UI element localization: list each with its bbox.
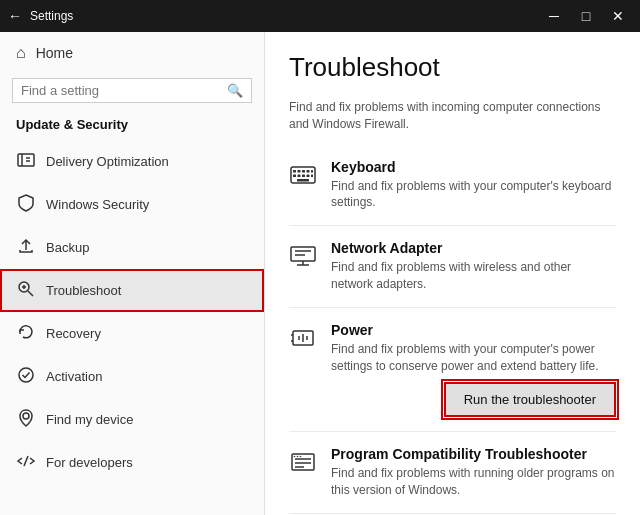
sidebar-item-home[interactable]: ⌂ Home bbox=[0, 32, 264, 74]
delivery-icon bbox=[16, 150, 34, 173]
app-container: ⌂ Home 🔍 Update & Security Delivery Opti… bbox=[0, 32, 640, 515]
sidebar-item-backup[interactable]: Backup bbox=[0, 226, 264, 269]
content-area: Troubleshoot Find and fix problems with … bbox=[265, 32, 640, 515]
sidebar-item-delivery[interactable]: Delivery Optimization bbox=[0, 140, 264, 183]
sidebar-item-label-delivery: Delivery Optimization bbox=[46, 154, 169, 169]
developers-icon bbox=[16, 451, 34, 474]
svg-line-5 bbox=[28, 291, 33, 296]
power-text: Power Find and fix problems with your co… bbox=[331, 322, 616, 418]
run-troubleshooter-button[interactable]: Run the troubleshooter bbox=[444, 382, 616, 417]
sidebar: ⌂ Home 🔍 Update & Security Delivery Opti… bbox=[0, 32, 265, 515]
sidebar-item-recovery[interactable]: Recovery bbox=[0, 312, 264, 355]
sidebar-item-for-developers[interactable]: For developers bbox=[0, 441, 264, 484]
svg-rect-16 bbox=[311, 170, 313, 173]
sidebar-item-label-recovery: Recovery bbox=[46, 326, 101, 341]
sidebar-item-label-troubleshoot: Troubleshoot bbox=[46, 283, 121, 298]
svg-line-10 bbox=[24, 456, 28, 466]
sidebar-section-title: Update & Security bbox=[0, 113, 264, 140]
sidebar-item-label-developers: For developers bbox=[46, 455, 133, 470]
shield-icon bbox=[16, 193, 34, 216]
trouble-item-keyboard: Keyboard Find and fix problems with your… bbox=[289, 145, 616, 227]
svg-rect-14 bbox=[302, 170, 305, 173]
keyboard-icon bbox=[289, 161, 317, 189]
trouble-item-network: Network Adapter Find and fix problems wi… bbox=[289, 226, 616, 308]
svg-rect-21 bbox=[311, 174, 313, 177]
program-desc: Find and fix problems with running older… bbox=[331, 465, 616, 499]
svg-rect-0 bbox=[18, 154, 34, 166]
run-btn-container: Run the troubleshooter bbox=[331, 382, 616, 417]
sidebar-item-find-my-device[interactable]: Find my device bbox=[0, 398, 264, 441]
power-name: Power bbox=[331, 322, 616, 338]
svg-point-40 bbox=[300, 456, 302, 458]
recovery-icon bbox=[16, 322, 34, 345]
program-icon bbox=[289, 448, 317, 476]
title-bar-left: ← Settings bbox=[8, 8, 73, 24]
sidebar-item-label-activation: Activation bbox=[46, 369, 102, 384]
back-button[interactable]: ← bbox=[8, 8, 22, 24]
sidebar-item-activation[interactable]: Activation bbox=[0, 355, 264, 398]
svg-point-9 bbox=[23, 413, 29, 419]
title-bar-controls: ─ □ ✕ bbox=[540, 6, 632, 26]
home-icon: ⌂ bbox=[16, 44, 26, 62]
program-name: Program Compatibility Troubleshooter bbox=[331, 446, 616, 462]
home-label: Home bbox=[36, 45, 73, 61]
svg-point-38 bbox=[294, 456, 296, 458]
power-desc: Find and fix problems with your computer… bbox=[331, 341, 616, 375]
keyboard-desc: Find and fix problems with your computer… bbox=[331, 178, 616, 212]
keyboard-text: Keyboard Find and fix problems with your… bbox=[331, 159, 616, 212]
network-icon bbox=[289, 242, 317, 270]
svg-rect-23 bbox=[291, 247, 315, 261]
sidebar-item-label-security: Windows Security bbox=[46, 197, 149, 212]
sidebar-search-box[interactable]: 🔍 bbox=[12, 78, 252, 103]
title-bar: ← Settings ─ □ ✕ bbox=[0, 0, 640, 32]
search-input[interactable] bbox=[21, 83, 227, 98]
sidebar-item-label-backup: Backup bbox=[46, 240, 89, 255]
trouble-item-program: Program Compatibility Troubleshooter Fin… bbox=[289, 432, 616, 514]
svg-rect-15 bbox=[307, 170, 310, 173]
trouble-item-power: Power Find and fix problems with your co… bbox=[289, 308, 616, 433]
backup-icon bbox=[16, 236, 34, 259]
svg-rect-17 bbox=[293, 174, 296, 177]
svg-rect-20 bbox=[307, 174, 310, 177]
svg-rect-18 bbox=[298, 174, 301, 177]
network-desc: Find and fix problems with wireless and … bbox=[331, 259, 616, 293]
svg-point-8 bbox=[19, 368, 33, 382]
svg-point-39 bbox=[297, 456, 299, 458]
network-text: Network Adapter Find and fix problems wi… bbox=[331, 240, 616, 293]
troubleshoot-icon bbox=[16, 279, 34, 302]
sidebar-item-label-find-device: Find my device bbox=[46, 412, 133, 427]
activation-icon bbox=[16, 365, 34, 388]
svg-rect-13 bbox=[298, 170, 301, 173]
svg-rect-12 bbox=[293, 170, 296, 173]
network-name: Network Adapter bbox=[331, 240, 616, 256]
sidebar-item-troubleshoot[interactable]: Troubleshoot bbox=[0, 269, 264, 312]
program-text: Program Compatibility Troubleshooter Fin… bbox=[331, 446, 616, 499]
power-icon bbox=[289, 324, 317, 352]
minimize-button[interactable]: ─ bbox=[540, 6, 568, 26]
page-title: Troubleshoot bbox=[289, 52, 616, 83]
svg-rect-22 bbox=[297, 179, 309, 182]
title-bar-title: Settings bbox=[30, 9, 73, 23]
find-device-icon bbox=[16, 408, 34, 431]
maximize-button[interactable]: □ bbox=[572, 6, 600, 26]
keyboard-name: Keyboard bbox=[331, 159, 616, 175]
svg-rect-19 bbox=[302, 174, 305, 177]
sidebar-item-windows-security[interactable]: Windows Security bbox=[0, 183, 264, 226]
close-button[interactable]: ✕ bbox=[604, 6, 632, 26]
intro-text: Find and fix problems with incoming comp… bbox=[289, 99, 616, 133]
search-icon: 🔍 bbox=[227, 83, 243, 98]
